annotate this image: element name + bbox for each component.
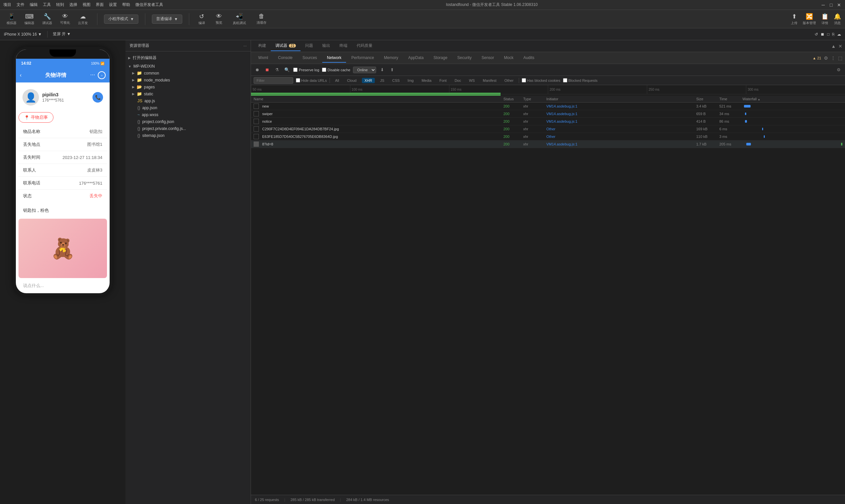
panel-more-btn[interactable]: ⋮ [831, 55, 835, 61]
menu-file[interactable]: 文件 [17, 2, 24, 7]
panel-tab-security[interactable]: Security [453, 53, 476, 63]
tree-item-common[interactable]: ▶ 📁 common [125, 70, 251, 76]
net-import-btn[interactable]: ⬇ [379, 66, 386, 74]
sidebar-more-btn[interactable]: ··· [243, 43, 247, 48]
panel-dock-btn[interactable]: ⬚ [838, 55, 842, 61]
table-row[interactable]: swiper 200 xhr VM14.asdebug.js:1 659 B 3… [251, 110, 845, 118]
tree-item-sitemap[interactable]: {} sitemap.json [125, 132, 251, 139]
search-lost-btn[interactable]: 📍 寻物启事 [18, 112, 53, 123]
col-time[interactable]: Time [719, 97, 742, 101]
net-search-btn[interactable]: 🔍 [283, 66, 291, 74]
editor-btn[interactable]: ⌨ 编辑器 [22, 12, 37, 27]
comment-input[interactable]: 说点什么... [23, 283, 44, 288]
panel-tab-wxml[interactable]: Wxml [254, 53, 273, 63]
device-selector[interactable]: iPhone X 100% 16 ▼ [4, 32, 42, 37]
blocked-cookies-checkbox[interactable]: Has blocked cookies [522, 78, 561, 83]
menu-wechat[interactable]: 微信开发者工具 [135, 2, 163, 7]
filter-js[interactable]: JS [377, 78, 387, 83]
row-0-initiator[interactable]: VM14.asdebug.js:1 [547, 104, 696, 108]
nav-circle-btn[interactable]: ○ [98, 71, 106, 79]
tree-item-node-modules[interactable]: ▶ 📁 node_modules [125, 76, 251, 84]
menu-view[interactable]: 视图 [83, 2, 90, 7]
row-2-checkbox[interactable] [254, 119, 259, 124]
minimize-btn[interactable]: ─ [821, 2, 826, 7]
mode-dropdown[interactable]: 小程序模式 ▼ [104, 15, 138, 24]
row-5-initiator[interactable]: VM14.asdebug.js:1 [547, 142, 696, 146]
stop-btn[interactable]: ⏹ [821, 32, 825, 37]
col-initiator[interactable]: Initiator [547, 97, 696, 101]
panel-settings-btn[interactable]: ⚙ [824, 55, 828, 61]
col-size[interactable]: Size [696, 97, 719, 101]
panel-tab-console[interactable]: Console [273, 53, 297, 63]
compile-dropdown[interactable]: 普通编译 ▼ [152, 15, 182, 24]
call-btn[interactable]: 📞 [92, 92, 103, 103]
menu-select[interactable]: 选择 [69, 2, 77, 7]
filter-input[interactable] [254, 77, 293, 84]
row-0-checkbox[interactable] [254, 104, 259, 109]
compile-btn[interactable]: ↺ 编译 [196, 12, 208, 27]
blocked-requests-checkbox[interactable]: Blocked Requests [563, 78, 598, 83]
col-status[interactable]: Status [503, 97, 523, 101]
tab-quality[interactable]: 代码质量 [352, 41, 377, 51]
tree-item-app-wxss[interactable]: ~ app.wxss [125, 111, 251, 118]
panel-tab-mock[interactable]: Mock [499, 53, 518, 63]
panel-tab-sensor[interactable]: Sensor [477, 53, 499, 63]
row-2-initiator[interactable]: VM14.asdebug.js:1 [547, 120, 696, 123]
tree-item-project-private[interactable]: {} project.private.config.js... [125, 125, 251, 132]
filter-other[interactable]: Other [502, 78, 516, 83]
col-waterfall[interactable]: Waterfall ▲ [742, 97, 842, 101]
real-debug-btn[interactable]: 📲 真机调试 [230, 12, 249, 27]
screen-toggle[interactable]: 竖屏 开 ▼ [53, 31, 71, 37]
col-name[interactable]: Name [254, 97, 503, 101]
cloud-btn[interactable]: ☁ 云开发 [75, 12, 90, 27]
disable-cache-checkbox[interactable]: Disable cache [322, 68, 350, 72]
net-export-btn[interactable]: ⬆ [389, 66, 396, 74]
tab-issues[interactable]: 问题 [300, 41, 318, 51]
table-row[interactable]: new 200 xhr VM14.asdebug.js:1 3.4 kB 521… [251, 103, 845, 110]
tree-item-pages[interactable]: ▶ 📂 pages [125, 84, 251, 90]
filter-doc[interactable]: Doc [452, 78, 464, 83]
filter-xhr[interactable]: XHR [362, 78, 375, 83]
menu-settings[interactable]: 设置 [109, 2, 117, 7]
filter-manifest[interactable]: Manifest [480, 78, 499, 83]
preserve-log-checkbox[interactable]: Preserve log [293, 68, 319, 72]
menu-tools[interactable]: 工具 [43, 2, 51, 7]
filter-cloud[interactable]: Cloud [344, 78, 359, 83]
tab-build[interactable]: 构建 [254, 41, 271, 51]
portrait-btn[interactable]: □ [827, 32, 829, 37]
filter-ws[interactable]: WS [466, 78, 478, 83]
collapse-btn[interactable]: ▲ [831, 43, 836, 49]
table-row[interactable]: notice 200 xhr VM14.asdebug.js:1 414 B 8… [251, 118, 845, 125]
tab-debugger[interactable]: 调试器 21 [271, 41, 300, 51]
net-record-btn[interactable]: ⏺ [254, 66, 261, 74]
row-1-checkbox[interactable] [254, 111, 259, 116]
filter-media[interactable]: Media [419, 78, 434, 83]
net-stop-btn[interactable]: ⏹ [263, 66, 271, 74]
row-3-checkbox[interactable] [254, 126, 259, 132]
menu-project[interactable]: 项目 [3, 2, 11, 7]
row-1-initiator[interactable]: VM14.asdebug.js:1 [547, 112, 696, 116]
panel-tab-performance[interactable]: Performance [347, 53, 379, 63]
tree-item-project-config[interactable]: {} project.config.json [125, 118, 251, 125]
tree-item-app-js[interactable]: JS app.js [125, 97, 251, 104]
online-dropdown[interactable]: Online [353, 67, 376, 73]
menu-goto[interactable]: 转到 [56, 2, 64, 7]
open-editors-toggle[interactable]: ▶ 打开的编辑器 [125, 54, 251, 62]
close-devtools-btn[interactable]: ✕ [839, 43, 842, 49]
version-btn[interactable]: 🔀 版本管理 [803, 13, 816, 25]
tab-terminal[interactable]: 终端 [335, 41, 352, 51]
mp-weixin-toggle[interactable]: ▼ MP-WEIXIN [125, 63, 251, 70]
upload-btn[interactable]: ⬆ 上传 [791, 13, 797, 25]
nav-more-btn[interactable]: ··· [90, 71, 95, 79]
message-btn[interactable]: 🔔 消息 [834, 13, 841, 25]
table-row[interactable]: 8?id=8 200 xhr VM14.asdebug.js:1 1.7 kB … [251, 141, 845, 148]
refresh-btn[interactable]: ↺ [815, 32, 818, 37]
filter-all[interactable]: All [332, 78, 342, 83]
detail-btn[interactable]: 📋 详情 [821, 13, 828, 25]
net-settings-btn[interactable]: ⚙ [835, 66, 842, 74]
panel-tab-audits[interactable]: Audits [519, 53, 539, 63]
debugger-btn[interactable]: 🔧 调试器 [40, 12, 55, 27]
clear-cache-btn[interactable]: 🗑 清缓存 [254, 12, 269, 26]
preview-btn[interactable]: 👁 预览 [213, 12, 225, 26]
filter-img[interactable]: Img [405, 78, 416, 83]
